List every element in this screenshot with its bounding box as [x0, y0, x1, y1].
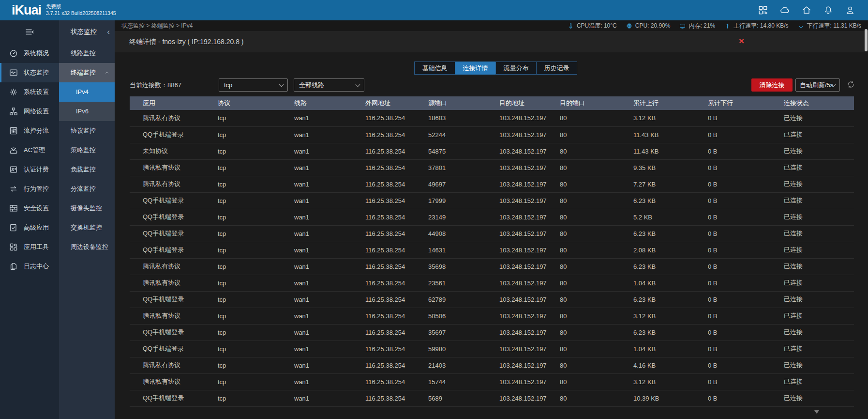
sidebar-item-behavior-control[interactable]: 行为管控 — [0, 179, 59, 199]
status-monitor-icon — [9, 68, 18, 78]
sidebar-item-label: 日志中心 — [24, 262, 49, 271]
protocol-select[interactable]: tcp — [219, 78, 288, 92]
tab-history[interactable]: 历史记录 — [536, 62, 577, 75]
scrollbar-thumb[interactable] — [865, 29, 868, 51]
cell-app: 腾讯私有协议 — [130, 258, 205, 275]
topbar-home-button[interactable] — [801, 5, 812, 16]
sidebar-item-label: 流控分流 — [24, 126, 49, 135]
cell-src-port: 62789 — [415, 291, 486, 308]
sidebar-item-label: AC管理 — [24, 146, 45, 155]
cell-upload: 3.12 KB — [620, 308, 695, 324]
sidebar-item-security-settings[interactable]: 安全设置 — [0, 199, 59, 218]
cell-download: 0 B — [695, 291, 771, 308]
topbar-cloud-button[interactable] — [779, 5, 790, 16]
cell-app: 腾讯私有协议 — [130, 357, 205, 373]
cell-dst-port: 80 — [547, 225, 620, 242]
tab-traffic-distribution[interactable]: 流量分布 — [495, 62, 537, 75]
submenu-item-protocol-monitor[interactable]: 协议监控 — [59, 121, 115, 140]
cell-app: QQ手机端登录 — [130, 291, 205, 308]
vertical-scrollbar — [864, 20, 868, 419]
submenu-item-camera-monitor[interactable]: 摄像头监控 — [59, 199, 115, 218]
cell-app: QQ手机端登录 — [130, 126, 205, 143]
cell-wan-address: 116.25.38.254 — [352, 209, 415, 225]
arrow-up-icon — [724, 22, 731, 30]
caret-up-icon — [104, 70, 110, 76]
main-content: 状态监控 > 终端监控 > IPv4 CPU温度: 10°CCPU: 20.90… — [115, 20, 868, 419]
table-row: QQ手机端登录tcpwan1116.25.38.25417999103.248.… — [130, 192, 854, 209]
table-row: QQ手机端登录tcpwan1116.25.38.25452244103.248.… — [130, 126, 854, 143]
cell-line: wan1 — [281, 176, 352, 192]
topbar-user-button[interactable] — [845, 5, 855, 16]
sidebar-item-ac-management[interactable]: AC管理 — [0, 140, 59, 160]
cell-status: 已连接 — [771, 225, 854, 242]
cell-upload: 6.23 KB — [620, 192, 695, 209]
cell-download: 0 B — [695, 209, 771, 225]
auto-refresh-select[interactable]: 自动刷新/5s — [795, 78, 840, 92]
table-row: 腾讯私有协议tcpwan1116.25.38.25415744103.248.1… — [130, 373, 854, 390]
cell-dst-port: 80 — [547, 209, 620, 225]
stat-cpu-temp-text: CPU温度: 10°C — [577, 22, 617, 30]
sidebar-item-flow-control[interactable]: 流控分流 — [0, 121, 59, 140]
submenu-item-load-monitor[interactable]: 负载监控 — [59, 160, 115, 179]
sidebar-item-system-overview[interactable]: 系统概况 — [0, 44, 59, 63]
cell-dst-address: 103.248.152.197 — [486, 126, 547, 143]
submenu-item-ipv4[interactable]: IPv4 — [59, 82, 115, 102]
cell-protocol: tcp — [205, 192, 281, 209]
primary-sidebar: 系统概况状态监控系统设置网络设置流控分流AC管理认证计费行为管控安全设置高级应用… — [0, 20, 59, 419]
cell-dst-port: 80 — [547, 324, 620, 341]
tools-icon — [9, 242, 18, 252]
cell-wan-address: 116.25.38.254 — [352, 357, 415, 373]
stat-up-rate: 上行速率: 14.80 KB/s — [724, 22, 788, 30]
sidebar-item-app-tools[interactable]: 应用工具 — [0, 237, 59, 257]
cell-wan-address: 116.25.38.254 — [352, 373, 415, 390]
topbar-bell-button[interactable] — [823, 5, 834, 16]
hamburger-icon — [24, 26, 35, 38]
cell-upload: 9.35 KB — [620, 159, 695, 176]
cell-upload: 1.04 KB — [620, 275, 695, 291]
sidebar-item-network-settings[interactable]: 网络设置 — [0, 102, 59, 121]
clear-connections-button[interactable]: 清除连接 — [751, 78, 793, 92]
cell-src-port: 5689 — [415, 390, 486, 406]
submenu-item-ipv6[interactable]: IPv6 — [59, 102, 115, 121]
sidebar-item-label: 状态监控 — [24, 68, 49, 77]
submenu-collapse-icon[interactable]: ‹ — [107, 20, 110, 44]
close-icon[interactable]: × — [739, 31, 744, 51]
column-header-protocol: 协议 — [205, 96, 281, 110]
topbar-apps-grid-button[interactable] — [758, 5, 768, 16]
sidebar-item-auth-billing[interactable]: 认证计费 — [0, 160, 59, 179]
cell-app: 腾讯私有协议 — [130, 176, 205, 192]
tab-basic-info[interactable]: 基础信息 — [414, 62, 455, 75]
cell-line: wan1 — [281, 324, 352, 341]
cell-src-port: 35698 — [415, 258, 486, 275]
sidebar-item-system-settings[interactable]: 系统设置 — [0, 82, 59, 102]
cell-src-port: 49697 — [415, 176, 486, 192]
submenu-item-diversion-monitor[interactable]: 分流监控 — [59, 179, 115, 199]
sidebar-item-label: 系统设置 — [24, 88, 49, 96]
memory-icon — [679, 22, 686, 30]
column-header-dst-port: 目的端口 — [547, 96, 620, 110]
tab-connection-detail[interactable]: 连接详情 — [455, 62, 496, 75]
sidebar-item-advanced-apps[interactable]: 高级应用 — [0, 218, 59, 237]
cell-status: 已连接 — [771, 324, 854, 341]
submenu-item-policy-monitor[interactable]: 策略监控 — [59, 140, 115, 160]
submenu-item-peripheral-monitor[interactable]: 周边设备监控 — [59, 237, 115, 257]
sidebar-item-status-monitor[interactable]: 状态监控 — [0, 63, 59, 82]
submenu-item-terminal-monitor[interactable]: 终端监控 — [59, 63, 115, 82]
cell-wan-address: 116.25.38.254 — [352, 225, 415, 242]
cell-app: 腾讯私有协议 — [130, 373, 205, 390]
cell-app: 腾讯私有协议 — [130, 110, 205, 126]
advanced-icon — [9, 223, 18, 233]
table-row: QQ手机端登录tcpwan1116.25.38.25462789103.248.… — [130, 291, 854, 308]
column-header-status: 连接状态 — [771, 96, 854, 110]
line-select[interactable]: 全部线路 — [294, 78, 364, 92]
cell-dst-port: 80 — [547, 308, 620, 324]
submenu-item-switch-monitor[interactable]: 交换机监控 — [59, 218, 115, 237]
refresh-button[interactable] — [846, 80, 855, 89]
brand: iKuai 免费版 3.7.21 x32 Build202508211345 — [12, 3, 116, 18]
submenu-item-label: 终端监控 — [71, 69, 96, 76]
submenu-item-line-monitor[interactable]: 线路监控 — [59, 44, 115, 63]
sidebar-collapse-button[interactable] — [0, 20, 59, 44]
cell-protocol: tcp — [205, 110, 281, 126]
sidebar-item-log-center[interactable]: 日志中心 — [0, 257, 59, 276]
cell-line: wan1 — [281, 242, 352, 258]
